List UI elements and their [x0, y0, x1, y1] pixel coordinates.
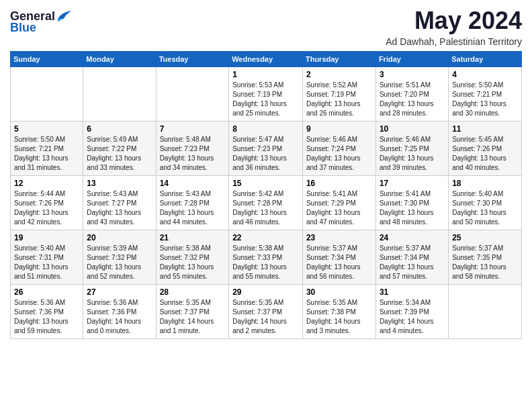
day-info: Sunrise: 5:37 AMSunset: 7:34 PMDaylight:…: [380, 244, 445, 281]
day-number: 4: [452, 70, 518, 79]
day-number: 18: [452, 179, 518, 188]
weekday-header-thursday: Thursday: [302, 52, 375, 67]
calendar-cell: 22Sunrise: 5:38 AMSunset: 7:33 PMDayligh…: [229, 230, 303, 285]
weekday-header-saturday: Saturday: [449, 52, 522, 67]
day-number: 25: [452, 233, 518, 242]
calendar-cell: [156, 67, 229, 122]
day-number: 7: [160, 124, 226, 134]
day-number: 31: [380, 287, 445, 297]
location-subtitle: Ad Dawhah, Palestinian Territory: [386, 36, 522, 47]
calendar-cell: [449, 285, 522, 339]
calendar-cell: 15Sunrise: 5:42 AMSunset: 7:28 PMDayligh…: [229, 176, 303, 230]
day-info: Sunrise: 5:50 AMSunset: 7:21 PMDaylight:…: [452, 81, 518, 118]
calendar-cell: 18Sunrise: 5:40 AMSunset: 7:30 PMDayligh…: [449, 176, 522, 230]
day-number: 22: [232, 233, 299, 242]
day-info: Sunrise: 5:50 AMSunset: 7:21 PMDaylight:…: [14, 135, 79, 173]
day-info: Sunrise: 5:35 AMSunset: 7:37 PMDaylight:…: [160, 298, 226, 336]
day-info: Sunrise: 5:41 AMSunset: 7:29 PMDaylight:…: [306, 189, 372, 227]
day-number: 8: [232, 124, 299, 134]
day-info: Sunrise: 5:49 AMSunset: 7:22 PMDaylight:…: [87, 135, 152, 173]
calendar-cell: 27Sunrise: 5:36 AMSunset: 7:36 PMDayligh…: [83, 285, 156, 339]
day-info: Sunrise: 5:51 AMSunset: 7:20 PMDaylight:…: [380, 81, 445, 118]
calendar-cell: 13Sunrise: 5:43 AMSunset: 7:27 PMDayligh…: [83, 176, 156, 230]
day-info: Sunrise: 5:53 AMSunset: 7:19 PMDaylight:…: [232, 81, 299, 118]
weekday-header-monday: Monday: [83, 52, 156, 67]
calendar-cell: [11, 67, 83, 122]
day-number: 15: [232, 179, 299, 188]
calendar-cell: 24Sunrise: 5:37 AMSunset: 7:34 PMDayligh…: [375, 230, 448, 285]
calendar-cell: 12Sunrise: 5:44 AMSunset: 7:26 PMDayligh…: [11, 176, 83, 230]
day-number: 27: [87, 287, 152, 297]
day-number: 29: [232, 287, 299, 297]
logo-bird-icon: [56, 11, 71, 23]
calendar-cell: 17Sunrise: 5:41 AMSunset: 7:30 PMDayligh…: [375, 176, 448, 230]
day-info: Sunrise: 5:38 AMSunset: 7:32 PMDaylight:…: [160, 244, 226, 281]
calendar-cell: 11Sunrise: 5:45 AMSunset: 7:26 PMDayligh…: [449, 122, 522, 176]
calendar-cell: 10Sunrise: 5:46 AMSunset: 7:25 PMDayligh…: [375, 122, 448, 176]
day-info: Sunrise: 5:46 AMSunset: 7:24 PMDaylight:…: [306, 135, 372, 173]
day-info: Sunrise: 5:48 AMSunset: 7:23 PMDaylight:…: [160, 135, 226, 173]
calendar-cell: 19Sunrise: 5:40 AMSunset: 7:31 PMDayligh…: [11, 230, 83, 285]
day-info: Sunrise: 5:52 AMSunset: 7:19 PMDaylight:…: [306, 81, 372, 118]
day-info: Sunrise: 5:35 AMSunset: 7:37 PMDaylight:…: [232, 298, 299, 336]
calendar-cell: 30Sunrise: 5:35 AMSunset: 7:38 PMDayligh…: [302, 285, 375, 339]
calendar-cell: 3Sunrise: 5:51 AMSunset: 7:20 PMDaylight…: [375, 67, 448, 122]
calendar-week-row: 12Sunrise: 5:44 AMSunset: 7:26 PMDayligh…: [11, 176, 522, 230]
day-number: 24: [380, 233, 445, 242]
day-info: Sunrise: 5:39 AMSunset: 7:32 PMDaylight:…: [87, 244, 152, 281]
title-area: May 2024 Ad Dawhah, Palestinian Territor…: [386, 7, 522, 47]
calendar-cell: 29Sunrise: 5:35 AMSunset: 7:37 PMDayligh…: [229, 285, 303, 339]
day-info: Sunrise: 5:45 AMSunset: 7:26 PMDaylight:…: [452, 135, 518, 173]
calendar-cell: 25Sunrise: 5:37 AMSunset: 7:35 PMDayligh…: [449, 230, 522, 285]
day-number: 9: [306, 124, 372, 134]
day-number: 13: [87, 179, 152, 188]
calendar-week-row: 19Sunrise: 5:40 AMSunset: 7:31 PMDayligh…: [11, 230, 522, 285]
calendar-week-row: 1Sunrise: 5:53 AMSunset: 7:19 PMDaylight…: [11, 67, 522, 122]
day-info: Sunrise: 5:37 AMSunset: 7:35 PMDaylight:…: [452, 244, 518, 281]
calendar-cell: 5Sunrise: 5:50 AMSunset: 7:21 PMDaylight…: [11, 122, 83, 176]
day-info: Sunrise: 5:37 AMSunset: 7:34 PMDaylight:…: [306, 244, 372, 281]
day-info: Sunrise: 5:44 AMSunset: 7:26 PMDaylight:…: [14, 189, 79, 227]
calendar-cell: 20Sunrise: 5:39 AMSunset: 7:32 PMDayligh…: [83, 230, 156, 285]
calendar-cell: 9Sunrise: 5:46 AMSunset: 7:24 PMDaylight…: [302, 122, 375, 176]
day-info: Sunrise: 5:41 AMSunset: 7:30 PMDaylight:…: [380, 189, 445, 227]
calendar-cell: 31Sunrise: 5:34 AMSunset: 7:39 PMDayligh…: [375, 285, 448, 339]
calendar-cell: 14Sunrise: 5:43 AMSunset: 7:28 PMDayligh…: [156, 176, 229, 230]
day-info: Sunrise: 5:42 AMSunset: 7:28 PMDaylight:…: [232, 189, 299, 227]
day-info: Sunrise: 5:35 AMSunset: 7:38 PMDaylight:…: [306, 298, 372, 336]
day-number: 14: [160, 179, 226, 188]
day-number: 30: [306, 287, 372, 297]
day-number: 20: [87, 233, 152, 242]
day-info: Sunrise: 5:34 AMSunset: 7:39 PMDaylight:…: [380, 298, 445, 336]
day-number: 16: [306, 179, 372, 188]
day-number: 1: [232, 70, 299, 79]
calendar-week-row: 5Sunrise: 5:50 AMSunset: 7:21 PMDaylight…: [11, 122, 522, 176]
calendar-cell: 23Sunrise: 5:37 AMSunset: 7:34 PMDayligh…: [302, 230, 375, 285]
day-number: 11: [452, 124, 518, 134]
weekday-header-friday: Friday: [375, 52, 448, 67]
day-number: 23: [306, 233, 372, 242]
day-info: Sunrise: 5:47 AMSunset: 7:23 PMDaylight:…: [232, 135, 299, 173]
calendar-cell: 4Sunrise: 5:50 AMSunset: 7:21 PMDaylight…: [449, 67, 522, 122]
day-info: Sunrise: 5:40 AMSunset: 7:30 PMDaylight:…: [452, 189, 518, 227]
day-number: 17: [380, 179, 445, 188]
day-info: Sunrise: 5:38 AMSunset: 7:33 PMDaylight:…: [232, 244, 299, 281]
day-number: 2: [306, 70, 372, 79]
day-info: Sunrise: 5:36 AMSunset: 7:36 PMDaylight:…: [87, 298, 152, 336]
calendar-cell: 2Sunrise: 5:52 AMSunset: 7:19 PMDaylight…: [302, 67, 375, 122]
page-title: May 2024: [386, 7, 522, 35]
calendar-cell: 28Sunrise: 5:35 AMSunset: 7:37 PMDayligh…: [156, 285, 229, 339]
calendar-cell: 1Sunrise: 5:53 AMSunset: 7:19 PMDaylight…: [229, 67, 303, 122]
day-number: 5: [14, 124, 79, 134]
day-number: 28: [160, 287, 226, 297]
day-number: 19: [14, 233, 79, 242]
day-info: Sunrise: 5:43 AMSunset: 7:27 PMDaylight:…: [87, 189, 152, 227]
day-number: 6: [87, 124, 152, 134]
calendar-cell: 6Sunrise: 5:49 AMSunset: 7:22 PMDaylight…: [83, 122, 156, 176]
day-info: Sunrise: 5:46 AMSunset: 7:25 PMDaylight:…: [380, 135, 445, 173]
logo: General Blue: [10, 9, 71, 35]
page-header: General Blue May 2024 Ad Dawhah, Palesti…: [10, 7, 522, 47]
day-info: Sunrise: 5:40 AMSunset: 7:31 PMDaylight:…: [14, 244, 79, 281]
day-info: Sunrise: 5:43 AMSunset: 7:28 PMDaylight:…: [160, 189, 226, 227]
day-number: 3: [380, 70, 445, 79]
